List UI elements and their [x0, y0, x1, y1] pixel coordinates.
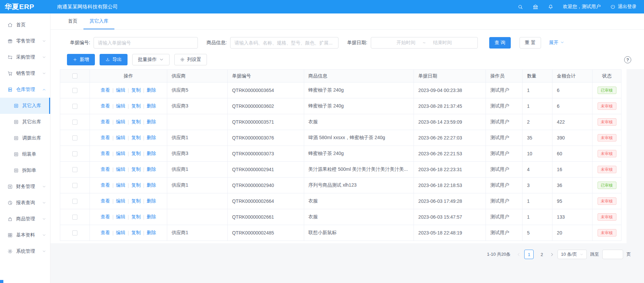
add-button[interactable]: 新增 — [67, 54, 95, 65]
op-view-link[interactable]: 查看 — [101, 87, 110, 93]
op-view-link[interactable]: 查看 — [101, 214, 110, 220]
search-icon[interactable] — [517, 4, 523, 10]
op-edit-link[interactable]: 编辑 — [116, 182, 126, 188]
op-view-link[interactable]: 查看 — [101, 119, 110, 125]
next-page-button[interactable] — [550, 252, 554, 257]
sidebar-item-home[interactable]: 首页 — [0, 17, 50, 33]
page-number-1[interactable]: 1 — [524, 250, 534, 259]
op-delete-link[interactable]: 删除 — [147, 166, 156, 172]
op-view-link[interactable]: 查看 — [101, 151, 110, 157]
jump-page-input[interactable] — [602, 250, 623, 259]
op-copy-link[interactable]: 复制 — [131, 151, 141, 157]
cell-status: 未审核 — [593, 193, 621, 209]
bill-no-input[interactable] — [94, 37, 198, 49]
table-row: 查看|编辑|复制|删除QTRK00000002664衣服2023-06-03 1… — [60, 193, 621, 209]
tab-home[interactable]: 首页 — [62, 13, 83, 29]
op-copy-link[interactable]: 复制 — [131, 198, 141, 204]
cell-date: 2023-06-18 22:18:53 — [414, 178, 486, 193]
row-checkbox[interactable] — [72, 215, 77, 220]
sidebar-item-basedata[interactable]: 基本资料 — [0, 227, 50, 243]
reset-button[interactable]: 重置 — [520, 37, 541, 49]
sidebar-scroll-indicator[interactable] — [0, 280, 3, 283]
cell-operations: 查看|编辑|复制|删除 — [90, 225, 167, 241]
op-edit-link[interactable]: 编辑 — [116, 151, 126, 157]
op-edit-link[interactable]: 编辑 — [116, 166, 126, 172]
op-copy-link[interactable]: 复制 — [131, 135, 141, 141]
op-delete-link[interactable]: 删除 — [147, 151, 156, 157]
op-view-link[interactable]: 查看 — [101, 198, 110, 204]
op-edit-link[interactable]: 编辑 — [116, 198, 126, 204]
op-copy-link[interactable]: 复制 — [131, 230, 141, 236]
logout-button[interactable]: 退出登录 — [610, 4, 637, 10]
prev-page-button[interactable] — [516, 252, 521, 257]
sidebar-item-reports[interactable]: 报表查询 — [0, 195, 50, 211]
app-logo[interactable]: 华夏ERP — [0, 2, 50, 11]
sidebar-item-assembly[interactable]: 组装单 — [0, 146, 50, 162]
page-size-select[interactable]: 10 条/页 — [558, 250, 587, 259]
bill-date-range-input[interactable]: 开始时间 ~ 结束时间 — [371, 37, 478, 49]
op-edit-link[interactable]: 编辑 — [116, 214, 126, 220]
bank-icon[interactable] — [533, 4, 538, 10]
header-cell: 单据日期 — [414, 70, 486, 82]
cell-date: 2023-06-26 22:27:03 — [414, 130, 486, 146]
op-delete-link[interactable]: 删除 — [147, 103, 156, 109]
sidebar-item-transfer-outbound[interactable]: 调拨出库 — [0, 130, 50, 146]
op-delete-link[interactable]: 删除 — [147, 182, 156, 188]
op-edit-link[interactable]: 编辑 — [116, 230, 126, 236]
expand-filters-link[interactable]: 展开 — [549, 40, 564, 46]
cell-operations: 查看|编辑|复制|删除 — [90, 193, 167, 209]
op-view-link[interactable]: 查看 — [101, 103, 110, 109]
sidebar-item-warehouse[interactable]: 仓库管理 — [0, 82, 50, 98]
row-checkbox[interactable] — [72, 151, 77, 156]
op-edit-link[interactable]: 编辑 — [116, 135, 126, 141]
op-view-link[interactable]: 查看 — [101, 135, 110, 141]
op-delete-link[interactable]: 删除 — [147, 119, 156, 125]
sidebar-item-finance[interactable]: 财务管理 — [0, 179, 50, 195]
row-checkbox[interactable] — [72, 167, 77, 172]
op-view-link[interactable]: 查看 — [101, 182, 110, 188]
op-delete-link[interactable]: 删除 — [147, 230, 156, 236]
sidebar-item-retail[interactable]: 零售管理 — [0, 33, 50, 49]
sidebar-item-purchase[interactable]: 采购管理 — [0, 49, 50, 65]
row-checkbox[interactable] — [72, 88, 77, 93]
export-button[interactable]: 导出 — [100, 54, 128, 65]
cell-supplier — [167, 114, 228, 130]
op-copy-link[interactable]: 复制 — [131, 103, 141, 109]
row-checkbox[interactable] — [72, 199, 77, 204]
op-delete-link[interactable]: 删除 — [147, 87, 156, 93]
tab-other-inbound[interactable]: 其它入库 — [83, 13, 114, 29]
help-icon[interactable]: ? — [624, 56, 631, 63]
batch-actions-button[interactable]: 批量操作 — [132, 54, 170, 65]
op-edit-link[interactable]: 编辑 — [116, 87, 126, 93]
op-view-link[interactable]: 查看 — [101, 166, 110, 172]
row-checkbox[interactable] — [72, 135, 77, 140]
op-copy-link[interactable]: 复制 — [131, 166, 141, 172]
op-delete-link[interactable]: 删除 — [147, 214, 156, 220]
sidebar-item-disassembly[interactable]: 拆卸单 — [0, 162, 50, 179]
select-all-checkbox[interactable] — [72, 73, 77, 78]
row-checkbox[interactable] — [72, 230, 77, 235]
sidebar-item-sales[interactable]: 销售管理 — [0, 65, 50, 82]
sidebar-item-system[interactable]: 系统管理 — [0, 243, 50, 259]
sidebar-menu: 首页零售管理采购管理销售管理仓库管理其它入库其它出库调拨出库组装单拆卸单财务管理… — [0, 17, 50, 259]
product-info-input[interactable] — [230, 37, 338, 49]
row-checkbox[interactable] — [72, 120, 77, 125]
op-copy-link[interactable]: 复制 — [131, 214, 141, 220]
op-delete-link[interactable]: 删除 — [147, 135, 156, 141]
op-edit-link[interactable]: 编辑 — [116, 103, 126, 109]
row-checkbox[interactable] — [72, 104, 77, 109]
search-button[interactable]: 查询 — [489, 37, 511, 49]
sidebar-item-goods[interactable]: 商品管理 — [0, 211, 50, 227]
sidebar-item-other-inbound[interactable]: 其它入库 — [0, 98, 50, 114]
bell-icon[interactable] — [548, 4, 553, 10]
page-number-2[interactable]: 2 — [537, 250, 546, 259]
op-copy-link[interactable]: 复制 — [131, 182, 141, 188]
op-copy-link[interactable]: 复制 — [131, 119, 141, 125]
column-settings-button[interactable]: 列设置 — [174, 54, 207, 65]
op-delete-link[interactable]: 删除 — [147, 198, 156, 204]
op-edit-link[interactable]: 编辑 — [116, 119, 126, 125]
row-checkbox[interactable] — [72, 183, 77, 188]
sidebar-item-other-outbound[interactable]: 其它出库 — [0, 114, 50, 130]
op-copy-link[interactable]: 复制 — [131, 87, 141, 93]
op-view-link[interactable]: 查看 — [101, 230, 110, 236]
